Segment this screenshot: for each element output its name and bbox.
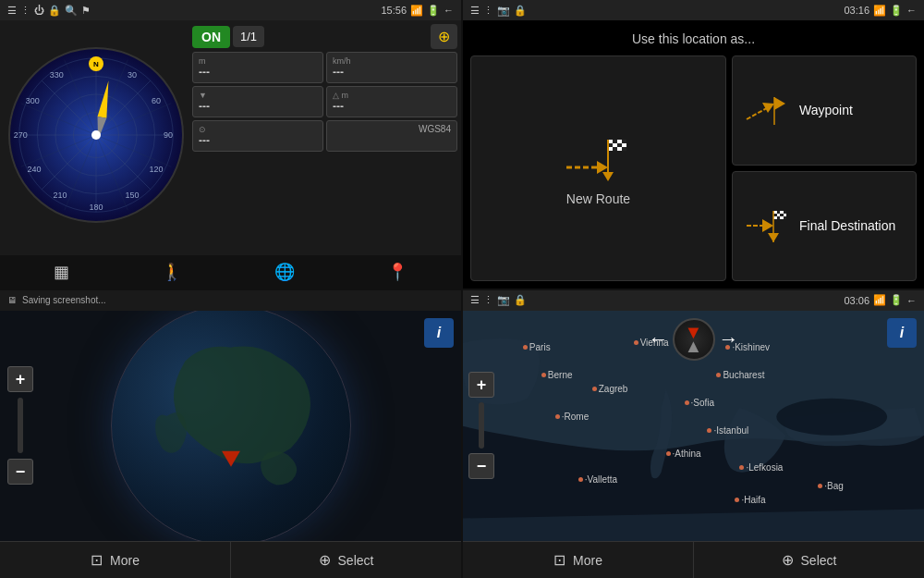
nav-right-4[interactable]: → xyxy=(719,327,739,351)
waypoint-button[interactable]: Waypoint xyxy=(732,55,917,166)
svg-rect-24 xyxy=(613,147,617,151)
city-sofia: ·Sofia xyxy=(685,398,715,408)
zoom-out-button[interactable]: − xyxy=(7,459,33,485)
gps-cell-m: m --- xyxy=(192,52,323,83)
dots-icon: ⋮ xyxy=(20,5,30,17)
signal-icon-4: 📶 xyxy=(873,294,886,306)
status-bar-4: ☰ ⋮ 📷 🔒 03:06 📶 🔋 ← xyxy=(463,290,924,311)
status-icons-right: 15:56 📶 🔋 ← xyxy=(381,5,454,17)
city-istanbul: ·Istanbul xyxy=(707,425,748,436)
select-label-3: Select xyxy=(338,553,374,568)
unit-m: m xyxy=(199,56,317,66)
label-240: 240 xyxy=(28,165,42,174)
label-120: 120 xyxy=(150,165,164,174)
city-rome: ·Rome xyxy=(555,412,589,422)
gps-page[interactable]: 1/1 xyxy=(233,26,264,47)
zagreb-dot xyxy=(592,387,597,391)
svg-marker-34 xyxy=(762,219,773,232)
new-route-icon xyxy=(562,130,636,186)
more-label-3: More xyxy=(110,553,140,568)
rome-dot xyxy=(555,414,560,419)
back-icon: ← xyxy=(444,5,454,16)
more-button-3[interactable]: ⊡ More xyxy=(0,542,231,578)
vienna-dot xyxy=(634,340,638,345)
nav-left-4[interactable]: ← xyxy=(649,327,669,351)
bag-dot xyxy=(818,484,822,488)
dots-icon-4: ⋮ xyxy=(483,294,493,306)
battery-icon-4: 🔋 xyxy=(890,294,903,306)
svg-rect-25 xyxy=(617,147,622,151)
select-icon-3: ⊕ xyxy=(319,551,331,569)
svg-marker-28 xyxy=(602,172,614,181)
globe-icon[interactable]: 🌐 xyxy=(274,262,295,282)
label-90: 90 xyxy=(164,130,173,140)
zoom-out-4[interactable]: − xyxy=(468,453,494,479)
info-button-4[interactable]: i xyxy=(887,318,917,348)
select-button-3[interactable]: ⊕ Select xyxy=(231,542,461,578)
label-210: 210 xyxy=(53,191,67,200)
monitor-icon: 🖥 xyxy=(7,295,17,305)
new-route-label: New Route xyxy=(566,191,630,206)
more-button-4[interactable]: ⊡ More xyxy=(463,542,694,578)
svg-rect-38 xyxy=(780,211,784,214)
city-valletta: ·Valletta xyxy=(578,474,617,485)
lefkosia-label: ·Lefkosia xyxy=(746,462,783,473)
svg-rect-22 xyxy=(622,143,626,147)
label-30: 30 xyxy=(128,70,137,80)
menu-icon: ☰ xyxy=(7,5,17,17)
search-icon: 🔍 xyxy=(65,5,78,17)
label-330: 330 xyxy=(50,70,64,80)
lock-icon-4: 🔒 xyxy=(514,294,527,306)
gps-cell-deg: ▼ --- xyxy=(192,86,323,117)
new-route-button[interactable]: New Route xyxy=(470,55,726,281)
val-deg: --- xyxy=(199,100,317,113)
svg-point-52 xyxy=(776,398,887,435)
bottom-bar-4: ⊡ More ⊕ Select xyxy=(463,541,924,578)
sofia-dot xyxy=(685,400,689,405)
zoom-in-4[interactable]: + xyxy=(468,372,494,398)
back-icon-2: ← xyxy=(906,5,917,16)
svg-rect-42 xyxy=(780,214,784,216)
camera-icon-4: 📷 xyxy=(497,294,510,306)
svg-rect-45 xyxy=(777,216,780,219)
final-destination-button[interactable]: Final Destination xyxy=(732,171,917,281)
final-destination-label: Final Destination xyxy=(799,218,895,233)
lock-icon-2: 🔒 xyxy=(514,5,527,17)
label-60: 60 xyxy=(152,96,161,105)
info-button[interactable]: i xyxy=(424,318,454,348)
select-label-4: Select xyxy=(801,553,837,568)
pin-icon[interactable]: 📍 xyxy=(387,262,407,282)
time-display-4: 03:06 xyxy=(844,295,869,306)
status-icons4-left: ☰ ⋮ 📷 🔒 xyxy=(470,294,527,306)
berne-label: Berne xyxy=(548,370,573,380)
zoom-slider-4[interactable] xyxy=(479,402,484,449)
menu-icon-2: ☰ xyxy=(470,5,480,17)
city-berne: Berne xyxy=(541,370,573,380)
zoom-slider[interactable] xyxy=(18,398,23,453)
gps-row-top: ON 1/1 ⊕ xyxy=(192,24,457,49)
svg-rect-46 xyxy=(780,216,784,219)
panel-globe-map: 🖥 Saving screenshot... ← ▼ → + xyxy=(0,290,461,579)
status-icons2-right: 03:16 📶 🔋 ← xyxy=(844,5,917,17)
val-m: --- xyxy=(199,66,317,79)
paris-dot xyxy=(523,345,528,350)
lefkosia-dot xyxy=(739,465,744,470)
svg-rect-47 xyxy=(784,216,786,219)
compass-nav-4: ▼ ▲ xyxy=(673,318,715,361)
battery-icon-2: 🔋 xyxy=(890,5,903,17)
gps-data-row-1: m --- km/h --- xyxy=(192,52,457,83)
person-icon[interactable]: 🚶 xyxy=(162,262,182,282)
bucharest-label: Bucharest xyxy=(723,370,764,380)
label-270: 270 xyxy=(14,130,28,140)
bars-icon[interactable]: ▦ xyxy=(54,262,69,282)
select-button-4[interactable]: ⊕ Select xyxy=(694,542,924,578)
istanbul-dot xyxy=(707,428,711,433)
svg-rect-21 xyxy=(617,143,622,147)
select-icon-4: ⊕ xyxy=(782,551,794,569)
rome-label: ·Rome xyxy=(562,412,589,422)
status-icons2-left: ☰ ⋮ 📷 🔒 xyxy=(470,5,527,17)
gps-on-button[interactable]: ON xyxy=(192,26,230,48)
zoom-in-button[interactable]: + xyxy=(7,366,33,392)
svg-rect-16 xyxy=(613,140,617,143)
gps-compass-button[interactable]: ⊕ xyxy=(431,24,457,49)
